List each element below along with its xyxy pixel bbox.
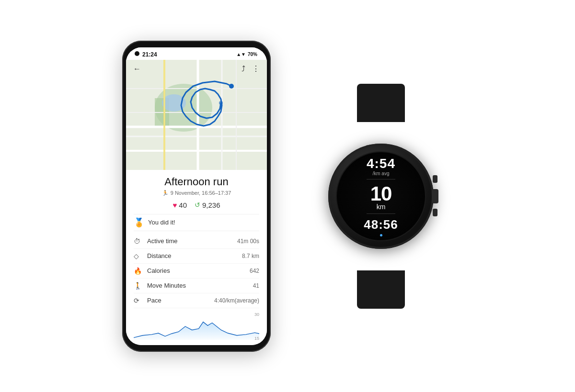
calories-icon: 🔥 bbox=[134, 267, 144, 275]
svg-marker-16 bbox=[134, 322, 259, 339]
status-time: 21:24 bbox=[142, 51, 157, 58]
pace-value: 4:40/km(average) bbox=[214, 297, 259, 304]
watch-button-top bbox=[433, 175, 437, 183]
watch-strap-bottom bbox=[357, 270, 405, 309]
pace-row: ⟳ Pace 4:40/km(average) bbox=[134, 293, 259, 308]
steps-icon: ↺ bbox=[195, 201, 200, 209]
pace-label: Pace bbox=[147, 297, 214, 304]
watch-button-bottom bbox=[433, 209, 437, 216]
watch-distance-group: 10 km bbox=[370, 182, 392, 211]
timer-icon: ⏱ bbox=[134, 237, 144, 245]
calories-label: Calories bbox=[147, 267, 250, 274]
watch-crown bbox=[432, 189, 438, 203]
watch-time-group: 48:56 bbox=[364, 216, 398, 232]
stats-row: ♥ 40 ↺ 9,236 bbox=[134, 201, 259, 209]
chart-labels: 30 15 bbox=[254, 312, 259, 341]
map-toolbar: ← ⤴ ⋮ bbox=[126, 60, 267, 78]
share-button[interactable]: ⤴ bbox=[237, 63, 250, 75]
chart-label-top: 30 bbox=[254, 312, 259, 317]
watch-divider-2 bbox=[367, 213, 395, 214]
chart-svg bbox=[134, 312, 259, 341]
calories-value: 642 bbox=[250, 268, 259, 274]
steps-stat: ↺ 9,236 bbox=[195, 201, 220, 209]
heart-icon: ♥ bbox=[172, 201, 177, 209]
calories-row: 🔥 Calories 642 bbox=[134, 264, 259, 279]
watch-case: 4:54 /km avg 10 km 48:56 bbox=[328, 144, 434, 249]
watch-time-value: 48:56 bbox=[364, 217, 398, 232]
status-icons: ▲▼ 70% bbox=[236, 52, 257, 57]
distance-value: 8.7 km bbox=[242, 253, 259, 259]
camera-hole bbox=[135, 51, 139, 56]
watch-pace-label: /km avg bbox=[372, 171, 389, 177]
distance-label: Distance bbox=[147, 252, 242, 259]
watch-device: 4:54 /km avg 10 km 48:56 bbox=[309, 108, 453, 285]
phone-device: 21:24 ▲▼ 70% bbox=[122, 41, 271, 352]
more-button[interactable]: ⋮ bbox=[250, 63, 262, 75]
battery-icon: 70% bbox=[248, 52, 257, 57]
watch-body: 4:54 /km avg 10 km 48:56 bbox=[328, 144, 434, 249]
watch-divider-1 bbox=[367, 179, 395, 179]
content-area: Afternoon run 🏃 9 November, 16:56–17:37 … bbox=[126, 170, 267, 345]
active-time-value: 41m 00s bbox=[237, 238, 259, 245]
status-bar: 21:24 ▲▼ 70% bbox=[126, 47, 267, 60]
you-did-it-text: You did it! bbox=[148, 219, 175, 226]
map-area: ← ⤴ ⋮ bbox=[126, 60, 267, 170]
trophy-icon: 🏅 bbox=[134, 217, 144, 228]
watch-pace-value: 4:54 bbox=[367, 156, 395, 172]
watch-pace-group: 4:54 /km avg bbox=[367, 156, 395, 177]
move-minutes-label: Move Minutes bbox=[147, 282, 253, 289]
watch-distance-unit: km bbox=[377, 203, 386, 211]
move-minutes-value: 41 bbox=[253, 282, 259, 289]
activity-date: 🏃 9 November, 16:56–17:37 bbox=[134, 190, 259, 196]
you-did-it-banner: 🏅 You did it! bbox=[134, 214, 259, 231]
watch-status-dot bbox=[380, 234, 382, 236]
back-button[interactable]: ← bbox=[131, 63, 143, 75]
watch-screen: 4:54 /km avg 10 km 48:56 bbox=[336, 151, 426, 241]
svg-point-15 bbox=[219, 101, 223, 105]
watch-distance-value: 10 bbox=[370, 182, 392, 206]
move-minutes-row: 🚶 Move Minutes 41 bbox=[134, 279, 259, 293]
distance-row: ◇ Distance 8.7 km bbox=[134, 249, 259, 264]
phone-screen: 21:24 ▲▼ 70% bbox=[126, 47, 267, 345]
wifi-icon: ▲▼ bbox=[236, 52, 246, 57]
chart-label-bottom: 15 bbox=[254, 336, 259, 341]
walk-icon: 🚶 bbox=[134, 282, 144, 290]
run-icon: 🏃 bbox=[162, 190, 169, 196]
heart-points-stat: ♥ 40 bbox=[172, 201, 187, 209]
watch-strap-top bbox=[357, 84, 405, 122]
active-time-row: ⏱ Active time 41m 00s bbox=[134, 234, 259, 249]
svg-point-14 bbox=[229, 84, 234, 89]
distance-icon: ◇ bbox=[134, 252, 144, 260]
active-time-label: Active time bbox=[147, 237, 237, 245]
activity-title: Afternoon run bbox=[134, 176, 259, 188]
chart-area: 30 15 bbox=[134, 312, 259, 341]
pace-icon: ⟳ bbox=[134, 297, 144, 304]
